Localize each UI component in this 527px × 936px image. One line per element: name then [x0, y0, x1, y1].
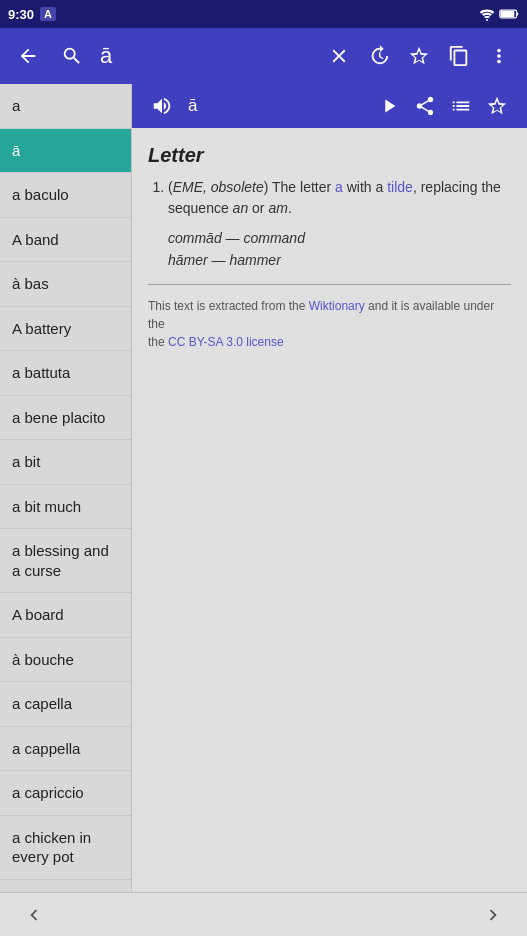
def-link-tilde[interactable]: tilde: [387, 179, 413, 195]
sidebar-item-a-capriccio[interactable]: a capriccio: [0, 771, 131, 816]
sidebar-item-a-cold-day[interactable]: a cold day in July: [0, 880, 131, 893]
def-text4: or: [248, 200, 268, 216]
star-icon: [408, 45, 430, 67]
list-button[interactable]: [443, 88, 479, 124]
svg-rect-2: [517, 12, 519, 15]
def-link-a[interactable]: a: [335, 179, 343, 195]
audio-bar: ā: [132, 84, 527, 128]
sidebar-item-a-bas[interactable]: à bas: [0, 262, 131, 307]
history-icon: [368, 45, 390, 67]
definition-divider: [148, 284, 511, 285]
def-eme: EME, obsolete: [173, 179, 264, 195]
speaker-button[interactable]: [144, 88, 180, 124]
search-icon: [61, 45, 83, 67]
wiktionary-attribution: This text is extracted from the Wiktiona…: [148, 297, 511, 351]
audio-actions: [371, 88, 515, 124]
definition-title: Letter: [148, 144, 511, 167]
definition-entry-1: (EME, obsolete) The letter a with a tild…: [168, 177, 511, 272]
audio-star-icon: [486, 95, 508, 117]
share-button[interactable]: [407, 88, 443, 124]
more-icon: [488, 45, 510, 67]
time-display: 9:30: [8, 7, 34, 22]
status-right: [479, 7, 519, 21]
sidebar-item-a-baculo[interactable]: a baculo: [0, 173, 131, 218]
close-button[interactable]: [319, 36, 359, 76]
sidebar-item-a-battuta[interactable]: a battuta: [0, 351, 131, 396]
next-icon: [482, 904, 504, 926]
prev-button[interactable]: [16, 897, 52, 933]
status-bar: 9:30 A: [0, 0, 527, 28]
audio-word: ā: [188, 96, 363, 116]
sidebar-item-a-band[interactable]: A band: [0, 218, 131, 263]
sidebar-item-a-board[interactable]: A board: [0, 593, 131, 638]
toolbar: ā: [0, 28, 527, 84]
license-prefix: the: [148, 335, 168, 349]
status-left: 9:30 A: [8, 7, 56, 22]
def-text5: .: [288, 200, 292, 216]
def-text2: with a: [343, 179, 387, 195]
prev-icon: [23, 904, 45, 926]
search-button[interactable]: [52, 36, 92, 76]
example-2-plain: hammer: [229, 252, 280, 268]
copy-button[interactable]: [439, 36, 479, 76]
example-1-dash: —: [222, 230, 244, 246]
definition-examples: commād — command hāmer — hammer: [168, 227, 511, 272]
battery-icon: [499, 8, 519, 20]
example-2: hāmer — hammer: [168, 249, 511, 271]
star-button[interactable]: [399, 36, 439, 76]
def-italic-an: an: [233, 200, 249, 216]
sidebar-item-a-bene-placito[interactable]: a bene placito: [0, 396, 131, 441]
sidebar-item-a-capella[interactable]: a capella: [0, 682, 131, 727]
main-content: a ā a baculo A band à bas A battery a ba…: [0, 84, 527, 892]
app-icon: A: [40, 7, 56, 21]
sidebar-item-a-blessing[interactable]: a blessing and a curse: [0, 529, 131, 593]
bottom-nav: [0, 892, 527, 936]
sidebar-item-a-bouche[interactable]: à bouche: [0, 638, 131, 683]
example-2-dash: —: [208, 252, 230, 268]
license-link[interactable]: CC BY-SA 3.0 license: [168, 335, 284, 349]
sidebar-item-a-chicken[interactable]: a chicken in every pot: [0, 816, 131, 880]
history-button[interactable]: [359, 36, 399, 76]
play-icon: [378, 95, 400, 117]
wiktionary-link[interactable]: Wiktionary: [309, 299, 365, 313]
example-2-italic: hāmer: [168, 252, 208, 268]
wifi-icon: [479, 7, 495, 21]
def-italic-am: am: [268, 200, 287, 216]
sidebar-item-a[interactable]: a: [0, 84, 131, 129]
close-icon: [328, 45, 350, 67]
sidebar-item-a-tilde[interactable]: ā: [0, 129, 131, 174]
toolbar-title: ā: [96, 43, 315, 69]
example-1: commād — command: [168, 227, 511, 249]
sidebar-item-a-bit-much[interactable]: a bit much: [0, 485, 131, 530]
content-panel: ā Letter (EME, obsolet: [132, 84, 527, 892]
sidebar-item-a-bit[interactable]: a bit: [0, 440, 131, 485]
list-icon: [450, 95, 472, 117]
wiktionary-text: This text is extracted from the: [148, 299, 309, 313]
share-icon: [414, 95, 436, 117]
back-icon: [17, 45, 39, 67]
example-1-italic: commād: [168, 230, 222, 246]
audio-star-button[interactable]: [479, 88, 515, 124]
definition-area: Letter (EME, obsolete) The letter a with…: [132, 128, 527, 892]
sidebar-item-a-battery[interactable]: A battery: [0, 307, 131, 352]
next-button[interactable]: [475, 897, 511, 933]
sidebar[interactable]: a ā a baculo A band à bas A battery a ba…: [0, 84, 132, 892]
def-text1: ) The letter: [264, 179, 335, 195]
speaker-icon: [151, 95, 173, 117]
copy-icon: [448, 45, 470, 67]
play-button[interactable]: [371, 88, 407, 124]
svg-rect-3: [501, 11, 515, 17]
more-button[interactable]: [479, 36, 519, 76]
example-1-plain: command: [243, 230, 304, 246]
svg-point-0: [486, 19, 488, 21]
sidebar-item-a-cappella[interactable]: a cappella: [0, 727, 131, 772]
definition-list: (EME, obsolete) The letter a with a tild…: [148, 177, 511, 272]
toolbar-actions: [319, 36, 519, 76]
back-button[interactable]: [8, 36, 48, 76]
